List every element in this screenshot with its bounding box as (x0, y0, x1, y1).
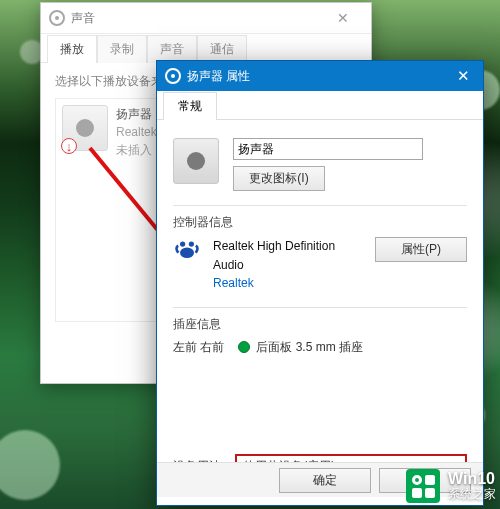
svg-point-2 (180, 241, 185, 246)
bokeh-decor (0, 430, 60, 500)
desktop-background: 声音 ✕ 播放 录制 声音 通信 选择以下播放设备来修改设 ↓ 扬声器 Real… (0, 0, 500, 509)
jack-section-label: 插座信息 (173, 316, 467, 333)
svg-point-3 (189, 241, 194, 246)
svg-point-1 (180, 248, 194, 259)
device-thumb-icon (173, 138, 219, 184)
controller-texts: Realtek High Definition Audio Realtek (213, 237, 363, 293)
properties-body: 更改图标(I) 控制器信息 Realtek High Definition Au… (157, 120, 483, 366)
speaker-properties-window: 扬声器 属性 ✕ 常规 更改图标(I) 控制器信息 (156, 60, 484, 506)
jack-row: 左前 右前 后面板 3.5 mm 插座 (173, 339, 467, 356)
ok-button[interactable]: 确定 (279, 468, 371, 493)
controller-section-label: 控制器信息 (173, 214, 467, 231)
device-identity-row: 更改图标(I) (173, 138, 467, 191)
tab-general[interactable]: 常规 (163, 92, 217, 120)
watermark-line1: Win10 (448, 470, 496, 488)
watermark: Win10 系统之家 (406, 469, 496, 503)
controller-row: Realtek High Definition Audio Realtek 属性… (173, 237, 467, 293)
properties-tabs: 常规 (157, 91, 483, 120)
device-name-input[interactable] (233, 138, 423, 160)
change-icon-button[interactable]: 更改图标(I) (233, 166, 325, 191)
properties-titlebar[interactable]: 扬声器 属性 ✕ (157, 61, 483, 91)
controller-properties-button[interactable]: 属性(P) (375, 237, 467, 262)
divider (173, 307, 467, 308)
jack-dot-green-icon (238, 341, 250, 353)
close-icon[interactable]: ✕ (443, 61, 483, 91)
jack-description: 后面板 3.5 mm 插座 (256, 339, 363, 356)
jack-channels: 左前 右前 (173, 339, 224, 356)
controller-name: Realtek High Definition Audio (213, 237, 363, 274)
properties-title: 扬声器 属性 (187, 68, 443, 85)
controller-vendor-link[interactable]: Realtek (213, 274, 363, 293)
divider (173, 205, 467, 206)
speaker-icon (165, 68, 181, 84)
watermark-text: Win10 系统之家 (448, 470, 496, 502)
jack-indicator: 后面板 3.5 mm 插座 (238, 339, 363, 356)
watermark-line2: 系统之家 (448, 488, 496, 502)
watermark-logo-icon (406, 469, 440, 503)
driver-crab-icon (173, 237, 201, 265)
